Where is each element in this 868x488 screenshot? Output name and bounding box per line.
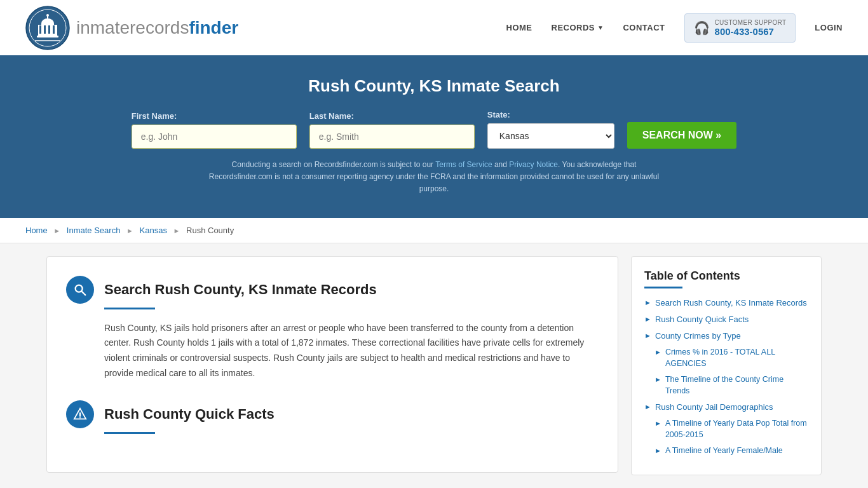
nav-home[interactable]: HOME xyxy=(506,23,532,32)
toc-chevron-icon-7: ► xyxy=(654,419,661,427)
svg-rect-6 xyxy=(44,25,46,34)
search-icon-circle xyxy=(66,276,94,304)
toc-chevron-icon-5: ► xyxy=(654,376,661,383)
svg-rect-7 xyxy=(48,25,50,34)
alert-icon xyxy=(73,407,87,421)
search-form: First Name: Last Name: State: Kansas Ala… xyxy=(25,110,843,149)
toc-link-4[interactable]: Crimes % in 2016 - TOTAL ALL AGENCIES xyxy=(665,347,808,369)
toc-item-3[interactable]: ► County Crimes by Type xyxy=(644,330,808,342)
toc-item-1[interactable]: ► Search Rush County, KS Inmate Records xyxy=(644,297,808,309)
section2-header: Rush County Quick Facts xyxy=(66,400,599,428)
toc-item-5[interactable]: ► The Timeline of the County Crime Trend… xyxy=(654,374,808,396)
toc-link-6[interactable]: Rush County Jail Demographics xyxy=(655,402,773,413)
toc-chevron-icon-2: ► xyxy=(644,315,651,323)
main-container: Search Rush County, KS Inmate Records Ru… xyxy=(27,256,841,475)
toc-chevron-icon-4: ► xyxy=(654,348,661,356)
svg-rect-9 xyxy=(38,34,57,36)
state-select[interactable]: Kansas Alabama Alaska Arizona California… xyxy=(487,123,614,149)
logo-text: inmaterecordsfinder xyxy=(76,18,238,38)
svg-rect-3 xyxy=(41,24,54,25)
svg-point-11 xyxy=(46,14,49,17)
toc-item-8[interactable]: ► A Timeline of Yearly Female/Male xyxy=(654,445,808,457)
support-info: CUSTOMER SUPPORT 800-433-0567 xyxy=(715,19,787,37)
toc-item-7[interactable]: ► A Timeline of Yearly Data Pop Total fr… xyxy=(654,418,808,440)
toc-box: Table of Contents ► Search Rush County, … xyxy=(631,256,822,475)
section1-header: Search Rush County, KS Inmate Records xyxy=(66,276,599,304)
svg-rect-8 xyxy=(53,25,55,34)
section-quick-facts: Rush County Quick Facts xyxy=(66,400,599,434)
logo-area: inmaterecordsfinder xyxy=(25,6,238,50)
breadcrumb: Home ► Inmate Search ► Kansas ► Rush Cou… xyxy=(0,218,868,243)
content-area: Search Rush County, KS Inmate Records Ru… xyxy=(46,256,618,473)
svg-rect-12 xyxy=(37,36,58,37)
site-header: inmaterecordsfinder HOME RECORDS ▼ CONTA… xyxy=(0,0,868,57)
breadcrumb-current: Rush County xyxy=(186,226,234,235)
toc-link-7[interactable]: A Timeline of Yearly Data Pop Total from… xyxy=(665,418,808,440)
customer-support-box: 🎧 CUSTOMER SUPPORT 800-433-0567 xyxy=(684,13,796,43)
svg-line-15 xyxy=(82,291,86,295)
toc-link-1[interactable]: Search Rush County, KS Inmate Records xyxy=(655,297,807,309)
svg-point-17 xyxy=(79,417,81,418)
section2-title: Rush County Quick Facts xyxy=(104,406,275,423)
toc-chevron-icon-6: ► xyxy=(644,403,651,410)
toc-item-2[interactable]: ► Rush County Quick Facts xyxy=(644,314,808,325)
toc-sub-demographics: ► A Timeline of Yearly Data Pop Total fr… xyxy=(654,418,808,457)
toc-title: Table of Contents xyxy=(644,269,808,283)
nav-records[interactable]: RECORDS ▼ xyxy=(552,23,604,32)
search-icon xyxy=(73,283,87,297)
toc-item-6[interactable]: ► Rush County Jail Demographics xyxy=(644,402,808,413)
section1-body: Rush County, KS jails hold prisoners aft… xyxy=(104,321,599,381)
support-number: 800-433-0567 xyxy=(715,26,787,37)
toc-link-5[interactable]: The Timeline of the County Crime Trends xyxy=(665,374,808,396)
last-name-label: Last Name: xyxy=(309,111,475,121)
breadcrumb-sep-1: ► xyxy=(53,227,60,234)
first-name-input[interactable] xyxy=(132,125,297,149)
toc-link-2[interactable]: Rush County Quick Facts xyxy=(655,314,749,325)
toc-link-8[interactable]: A Timeline of Yearly Female/Male xyxy=(665,445,783,457)
last-name-group: Last Name: xyxy=(309,111,475,149)
section2-divider xyxy=(104,432,155,434)
logo-icon xyxy=(25,6,70,50)
hero-disclaimer: Conducting a search on Recordsfinder.com… xyxy=(205,159,663,196)
first-name-group: First Name: xyxy=(132,111,297,149)
support-label: CUSTOMER SUPPORT xyxy=(715,19,787,26)
headphone-icon: 🎧 xyxy=(694,20,710,36)
breadcrumb-sep-3: ► xyxy=(173,227,180,234)
breadcrumb-sep-2: ► xyxy=(126,227,133,234)
toc-divider xyxy=(644,287,682,288)
state-group: State: Kansas Alabama Alaska Arizona Cal… xyxy=(487,110,614,149)
section1-divider xyxy=(104,308,155,309)
toc-chevron-icon-8: ► xyxy=(654,447,661,454)
toc-sub-crimes: ► Crimes % in 2016 - TOTAL ALL AGENCIES … xyxy=(654,347,808,396)
privacy-link[interactable]: Privacy Notice xyxy=(509,160,558,169)
hero-section: Rush County, KS Inmate Search First Name… xyxy=(0,57,868,218)
alert-icon-circle xyxy=(66,400,94,428)
hero-title: Rush County, KS Inmate Search xyxy=(25,76,843,96)
breadcrumb-kansas[interactable]: Kansas xyxy=(140,226,167,235)
main-nav: HOME RECORDS ▼ CONTACT 🎧 CUSTOMER SUPPOR… xyxy=(506,13,843,43)
toc-item-4[interactable]: ► Crimes % in 2016 - TOTAL ALL AGENCIES xyxy=(654,347,808,369)
svg-rect-5 xyxy=(39,25,41,34)
sidebar: Table of Contents ► Search Rush County, … xyxy=(631,256,822,475)
toc-chevron-icon-1: ► xyxy=(644,299,651,306)
nav-login[interactable]: LOGIN xyxy=(815,23,843,32)
first-name-label: First Name: xyxy=(132,111,297,121)
records-chevron-down-icon: ▼ xyxy=(597,24,604,31)
breadcrumb-inmate-search[interactable]: Inmate Search xyxy=(67,226,121,235)
section-inmate-records: Search Rush County, KS Inmate Records Ru… xyxy=(66,276,599,381)
section1-title: Search Rush County, KS Inmate Records xyxy=(104,281,377,298)
state-label: State: xyxy=(487,110,614,119)
tos-link[interactable]: Terms of Service xyxy=(435,160,492,169)
toc-link-3[interactable]: County Crimes by Type xyxy=(655,330,741,342)
toc-chevron-icon-3: ► xyxy=(644,332,651,339)
breadcrumb-home[interactable]: Home xyxy=(25,226,48,235)
nav-contact[interactable]: CONTACT xyxy=(623,23,665,32)
last-name-input[interactable] xyxy=(309,125,475,149)
search-now-button[interactable]: SEARCH NOW » xyxy=(627,122,736,149)
